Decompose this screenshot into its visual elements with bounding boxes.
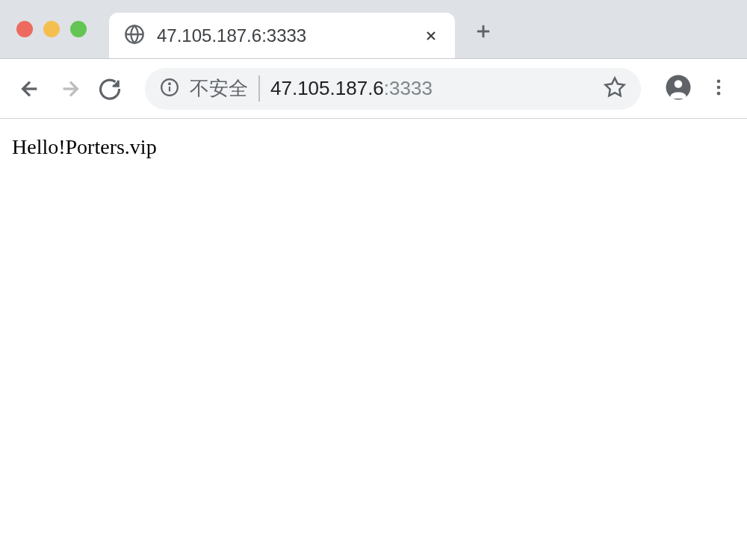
navigation-bar: 不安全 47.105.187.6:3333 bbox=[0, 59, 747, 119]
page-body-text: Hello!Porters.vip bbox=[12, 135, 735, 159]
menu-button[interactable] bbox=[708, 77, 729, 101]
reload-button[interactable] bbox=[99, 78, 121, 100]
address-bar[interactable]: 不安全 47.105.187.6:3333 bbox=[145, 68, 641, 110]
svg-point-9 bbox=[169, 83, 170, 84]
close-window-button[interactable] bbox=[16, 21, 33, 37]
url-host: 47.105.187.6 bbox=[270, 77, 384, 99]
svg-marker-10 bbox=[606, 78, 624, 96]
svg-point-13 bbox=[717, 79, 721, 83]
window-controls bbox=[9, 21, 109, 37]
globe-icon bbox=[124, 24, 145, 48]
new-tab-button[interactable] bbox=[455, 19, 512, 48]
bookmark-star-icon[interactable] bbox=[604, 76, 626, 102]
page-content: Hello!Porters.vip bbox=[0, 119, 747, 175]
svg-point-15 bbox=[717, 91, 721, 95]
back-button[interactable] bbox=[18, 77, 42, 101]
maximize-window-button[interactable] bbox=[70, 21, 87, 37]
tab-bar: 47.105.187.6:3333 bbox=[0, 0, 747, 58]
svg-point-14 bbox=[717, 85, 721, 89]
not-secure-label: 不安全 bbox=[190, 75, 260, 102]
url-port: 3333 bbox=[389, 77, 433, 99]
browser-chrome: 47.105.187.6:3333 bbox=[0, 0, 747, 59]
profile-button[interactable] bbox=[665, 74, 692, 104]
info-icon[interactable] bbox=[160, 78, 179, 100]
svg-point-12 bbox=[675, 80, 683, 88]
close-tab-button[interactable] bbox=[422, 27, 440, 45]
tab-title: 47.105.187.6:3333 bbox=[157, 25, 410, 46]
url-text: 47.105.187.6:3333 bbox=[270, 77, 593, 100]
browser-tab[interactable]: 47.105.187.6:3333 bbox=[109, 13, 455, 58]
url-port-separator: : bbox=[384, 77, 389, 99]
minimize-window-button[interactable] bbox=[43, 21, 60, 37]
forward-button[interactable] bbox=[58, 77, 82, 101]
